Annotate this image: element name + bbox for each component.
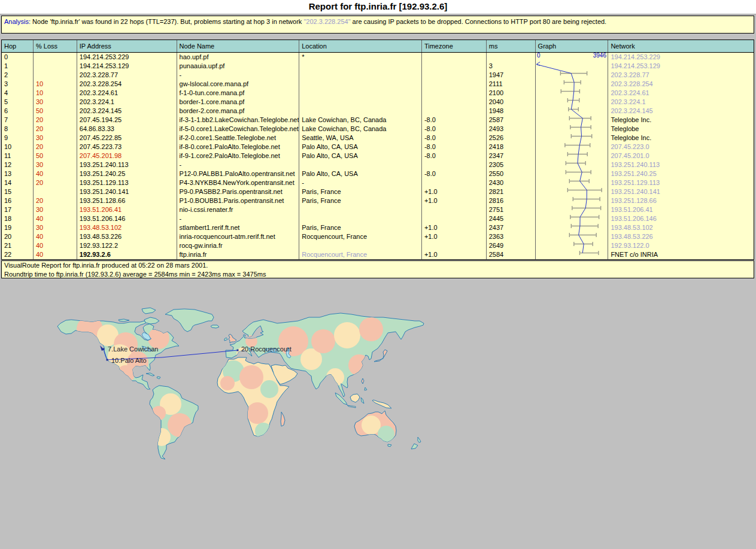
cell-hop: 10	[2, 142, 34, 151]
cell-network: 193.48.53.226	[608, 232, 754, 241]
cell-location: Paris, France	[299, 223, 422, 232]
cell-ip: 202.3.224.1	[77, 98, 177, 107]
cell-loss: 30	[34, 160, 77, 169]
cell-location: Palo Alto, CA, USA	[299, 142, 422, 151]
cell-ip: 192.93.122.2	[77, 241, 177, 250]
cell-timezone	[422, 205, 487, 214]
cell-timezone: -8.0	[422, 151, 487, 160]
cell-location	[299, 107, 422, 116]
table-row: 1930193.48.53.102stlambert1.rerif.ft.net…	[2, 223, 754, 232]
column-header-location: Location	[299, 40, 422, 52]
cell-node-name: -	[177, 71, 300, 80]
cell-location: Rocquencourt, France	[299, 232, 422, 241]
cell-graph	[536, 151, 609, 160]
cell-timezone	[422, 241, 487, 250]
cell-location	[299, 71, 422, 80]
cell-network: 193.251.129.113	[608, 178, 754, 187]
cell-node-name: P1-0.BOUBB1.Paris.opentransit.net	[177, 196, 300, 205]
cell-ip: 207.45.222.85	[77, 134, 177, 142]
table-row: 1730193.51.206.41nio-i.cssi.renater.fr27…	[2, 205, 754, 214]
cell-ms: 2445	[487, 214, 536, 223]
cell-ip: 202.3.224.61	[77, 89, 177, 98]
report-footer: VisualRoute Report for ftp.inria.fr prod…	[1, 260, 754, 278]
route-marker	[237, 350, 239, 351]
cell-ms: 1947	[487, 71, 536, 80]
cell-ip: 207.45.223.73	[77, 142, 177, 151]
cell-hop: 7	[2, 116, 34, 125]
cell-ip: 202.3.224.145	[77, 107, 177, 116]
cell-node-name: -	[177, 160, 300, 169]
cell-hop: 6	[2, 107, 34, 116]
cell-ms: 2305	[487, 160, 536, 169]
cell-node-name: P12-0.PALBB1.PaloAlto.opentransit.net	[177, 169, 300, 178]
cell-timezone: -8.0	[422, 116, 487, 125]
cell-node-name: if-9-1.core2.PaloAlto.Teleglobe.net	[177, 151, 300, 160]
column-header-network: Network	[608, 40, 754, 52]
cell-node-name: rocq-gw.inria.fr	[177, 241, 300, 250]
cell-timezone	[422, 214, 487, 223]
table-row: 930207.45.222.85if-2-0.core1.Seattle.Tel…	[2, 134, 754, 142]
cell-network: 194.214.253.129	[608, 62, 754, 71]
cell-loss: 30	[34, 98, 77, 107]
cell-location	[299, 214, 422, 223]
cell-ms: 2751	[487, 205, 536, 214]
footer-roundtrip-line: Roundtrip time to ftp.inria.fr (192.93.2…	[4, 270, 754, 279]
cell-node-name: if-3-1-1.bb2.LakeCowichan.Teleglobe.net	[177, 116, 300, 125]
cell-hop: 4	[2, 89, 34, 98]
column-header-loss: % Loss	[34, 40, 77, 52]
cell-hop: 21	[2, 241, 34, 250]
cell-network: 202.3.228.254	[608, 80, 754, 89]
cell-hop: 0	[2, 53, 34, 62]
cell-ms: 2816	[487, 196, 536, 205]
table-row: 1840193.51.206.146-2445193.51.206.146	[2, 214, 754, 223]
cell-ms: 2821	[487, 187, 536, 196]
table-row: 720207.45.194.25if-3-1-1.bb2.LakeCowicha…	[2, 116, 754, 125]
cell-location: Rocquencourt, France	[299, 250, 422, 259]
cell-hop: 5	[2, 98, 34, 107]
cell-graph	[536, 89, 609, 98]
cell-ms: 3	[487, 62, 536, 71]
cell-graph	[536, 142, 609, 151]
cell-ms: 2111	[487, 80, 536, 89]
cell-loss: 50	[34, 107, 77, 116]
cell-loss: 30	[34, 205, 77, 214]
cell-graph	[536, 53, 609, 62]
cell-ip: 202.3.228.254	[77, 80, 177, 89]
cell-loss: 40	[34, 241, 77, 250]
cell-ms: 2418	[487, 142, 536, 151]
cell-loss: 20	[34, 178, 77, 187]
cell-hop: 15	[2, 187, 34, 196]
cell-graph	[536, 62, 609, 71]
cell-ms: 1948	[487, 107, 536, 116]
cell-hop: 20	[2, 232, 34, 241]
cell-loss: 40	[34, 250, 77, 259]
cell-hop: 2	[2, 71, 34, 80]
cell-location	[299, 205, 422, 214]
cell-loss: 20	[34, 116, 77, 125]
table-row: 15193.251.240.141P9-0.PASBB2.Paris.opent…	[2, 187, 754, 196]
cell-network: 193.251.128.66	[608, 196, 754, 205]
cell-ip: 194.214.253.229	[77, 53, 177, 62]
cell-node-name: ftp.inria.fr	[177, 250, 300, 259]
cell-graph	[536, 232, 609, 241]
cell-graph	[536, 134, 609, 142]
cell-timezone	[422, 89, 487, 98]
cell-location	[299, 62, 422, 71]
cell-hop: 19	[2, 223, 34, 232]
cell-node-name: if-5-0.core1.LakeCowichan.Teleglobe.net	[177, 125, 300, 134]
cell-location	[299, 241, 422, 250]
cell-timezone: -8.0	[422, 125, 487, 134]
table-row: 1194.214.253.129punaauia.upf.pf3194.214.…	[2, 62, 754, 71]
cell-location	[299, 160, 422, 169]
cell-hop: 14	[2, 178, 34, 187]
cell-hop: 11	[2, 151, 34, 160]
cell-loss: 20	[34, 125, 77, 134]
cell-ip: 207.45.201.98	[77, 151, 177, 160]
cell-network: 193.48.53.102	[608, 223, 754, 232]
cell-ms: 2587	[487, 116, 536, 125]
cell-graph	[536, 250, 609, 259]
cell-loss: 30	[34, 223, 77, 232]
cell-hop: 8	[2, 125, 34, 134]
route-marker	[107, 359, 108, 361]
cell-network: 194.214.253.229	[608, 53, 754, 62]
